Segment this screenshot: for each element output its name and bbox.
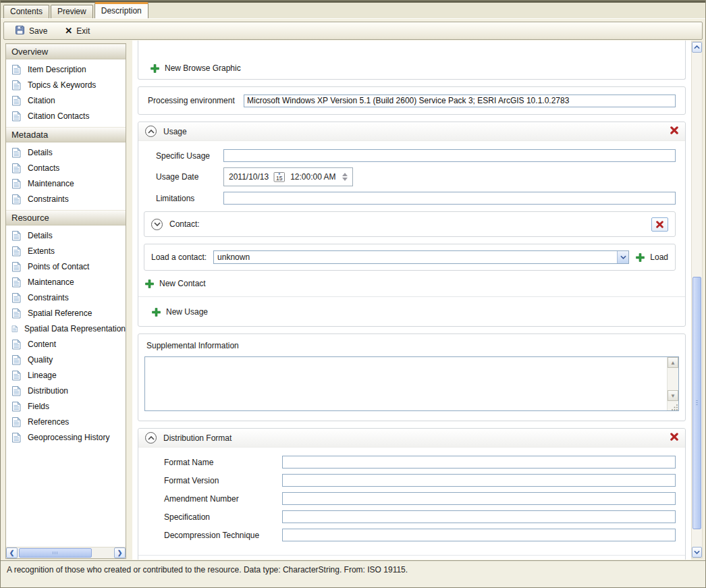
usage-group-panel: Usage Specific Usage Usage Date 2011/10/… bbox=[138, 122, 686, 327]
new-browse-graphic-link[interactable]: New Browse Graphic bbox=[151, 63, 241, 73]
sidebar-item-lineage[interactable]: Lineage bbox=[6, 367, 126, 383]
document-icon bbox=[11, 292, 22, 303]
delete-contact-button[interactable] bbox=[651, 217, 668, 232]
resize-grip-icon[interactable] bbox=[668, 401, 678, 410]
sidebar-item-resource-maintenance[interactable]: Maintenance bbox=[6, 274, 126, 290]
sidebar-item-item-description[interactable]: Item Description bbox=[6, 61, 126, 77]
supplemental-information-label: Supplemental Information bbox=[146, 341, 679, 350]
dropdown-chevron-icon[interactable] bbox=[617, 251, 628, 263]
sidebar-item-metadata-details[interactable]: Details bbox=[6, 144, 126, 160]
load-contact-dropdown[interactable]: unknown bbox=[213, 250, 629, 264]
scroll-up-icon[interactable] bbox=[692, 42, 702, 53]
svg-text:15: 15 bbox=[276, 175, 283, 182]
tab-preview[interactable]: Preview bbox=[51, 5, 93, 18]
sidebar-item-points-of-contact[interactable]: Points of Contact bbox=[6, 259, 126, 274]
sidebar-section-resource[interactable]: Resource bbox=[6, 210, 126, 225]
save-button[interactable]: Save bbox=[12, 24, 53, 38]
sidebar-item-spatial-data-representation[interactable]: Spatial Data Representation bbox=[6, 321, 126, 336]
sidebar-horizontal-scrollbar[interactable]: ❮ ❯ bbox=[6, 547, 126, 558]
collapse-distribution-icon[interactable] bbox=[145, 432, 157, 444]
sidebar-item-content[interactable]: Content bbox=[6, 336, 126, 352]
content-vertical-scrollbar[interactable] bbox=[691, 41, 703, 558]
spinner-down-icon[interactable] bbox=[342, 178, 348, 181]
usage-date-label: Usage Date bbox=[156, 172, 223, 182]
document-icon bbox=[11, 385, 22, 396]
sidebar-item-resource-details[interactable]: Details bbox=[6, 228, 126, 243]
delete-usage-icon[interactable] bbox=[670, 126, 678, 136]
scrollbar-track[interactable] bbox=[93, 547, 114, 558]
red-x-icon bbox=[656, 221, 663, 228]
document-icon bbox=[11, 354, 22, 365]
load-contact-button[interactable]: Load bbox=[636, 252, 668, 262]
specific-usage-input[interactable] bbox=[223, 149, 676, 162]
usage-date-picker[interactable]: 2011/10/13 15 12:00:00 AM bbox=[223, 167, 353, 186]
time-spinner[interactable] bbox=[342, 173, 348, 181]
scrollbar-thumb[interactable] bbox=[693, 277, 701, 529]
document-icon bbox=[11, 261, 22, 272]
document-icon bbox=[11, 80, 22, 90]
amendment-number-input[interactable] bbox=[282, 492, 676, 505]
document-icon bbox=[11, 308, 22, 319]
save-icon bbox=[15, 25, 25, 37]
sidebar-item-citation[interactable]: Citation bbox=[6, 92, 126, 108]
format-version-label: Format Version bbox=[164, 476, 282, 485]
plus-icon bbox=[151, 64, 159, 73]
calendar-icon[interactable]: 15 bbox=[273, 171, 286, 182]
sidebar-section-metadata[interactable]: Metadata bbox=[6, 127, 126, 142]
scrollbar-thumb[interactable] bbox=[19, 548, 92, 558]
processing-environment-input[interactable] bbox=[244, 95, 676, 107]
scroll-down-icon[interactable] bbox=[692, 547, 702, 558]
limitations-input[interactable] bbox=[223, 192, 676, 205]
specification-input[interactable] bbox=[282, 510, 676, 523]
scroll-left-icon[interactable]: ❮ bbox=[6, 547, 18, 558]
sidebar-item-references[interactable]: References bbox=[6, 414, 126, 429]
delete-distribution-icon[interactable] bbox=[670, 433, 678, 443]
browse-graphic-panel: New Browse Graphic bbox=[138, 41, 686, 80]
sidebar-item-spatial-reference[interactable]: Spatial Reference bbox=[6, 305, 126, 321]
document-icon bbox=[11, 417, 22, 427]
textarea-edit-area[interactable] bbox=[145, 357, 667, 410]
status-bar: A recognition of those who created or co… bbox=[1, 560, 705, 587]
format-name-label: Format Name bbox=[164, 458, 282, 467]
sidebar-section-overview[interactable]: Overview bbox=[6, 44, 126, 59]
distribution-format-title: Distribution Format bbox=[163, 433, 232, 443]
document-icon bbox=[11, 432, 22, 443]
spinner-up-icon[interactable] bbox=[342, 173, 348, 176]
load-contact-label: Load a contact: bbox=[151, 252, 207, 262]
textarea-scroll-down-icon[interactable]: ▼ bbox=[668, 390, 678, 401]
supplemental-information-textarea[interactable]: ▲ ▼ bbox=[144, 356, 679, 411]
format-name-input[interactable] bbox=[282, 456, 676, 469]
exit-button[interactable]: ✕ Exit bbox=[62, 24, 95, 37]
exit-icon: ✕ bbox=[65, 26, 72, 36]
usage-section-title: Usage bbox=[163, 127, 187, 136]
sidebar-item-citation-contacts[interactable]: Citation Contacts bbox=[6, 108, 126, 124]
sidebar-item-extents[interactable]: Extents bbox=[6, 243, 126, 259]
sidebar-item-metadata-maintenance[interactable]: Maintenance bbox=[6, 176, 126, 191]
sidebar-item-metadata-constraints[interactable]: Constraints bbox=[6, 191, 126, 207]
tab-contents[interactable]: Contents bbox=[3, 5, 49, 18]
sidebar-item-distribution[interactable]: Distribution bbox=[6, 383, 126, 398]
decompression-technique-input[interactable] bbox=[282, 529, 676, 541]
document-icon bbox=[11, 95, 22, 106]
expand-contact-icon[interactable] bbox=[151, 219, 163, 230]
specification-label: Specification bbox=[164, 512, 282, 522]
textarea-scrollbar[interactable]: ▲ ▼ bbox=[667, 357, 678, 410]
sidebar-item-fields[interactable]: Fields bbox=[6, 398, 126, 414]
document-icon bbox=[11, 111, 22, 122]
collapse-usage-icon[interactable] bbox=[145, 126, 157, 137]
new-usage-link[interactable]: New Usage bbox=[152, 307, 685, 318]
plus-icon bbox=[152, 308, 161, 317]
specific-usage-label: Specific Usage bbox=[156, 151, 223, 161]
new-contact-link[interactable]: New Contact bbox=[145, 279, 676, 288]
sidebar-item-quality[interactable]: Quality bbox=[6, 352, 126, 367]
textarea-scroll-up-icon[interactable]: ▲ bbox=[668, 357, 678, 368]
sidebar-item-resource-constraints[interactable]: Constraints bbox=[6, 290, 126, 305]
sidebar-item-topics-keywords[interactable]: Topics & Keywords bbox=[6, 77, 126, 92]
tab-description[interactable]: Description bbox=[94, 2, 148, 18]
format-version-input[interactable] bbox=[282, 474, 676, 487]
load-contact-selected-value: unknown bbox=[214, 251, 617, 263]
textarea-scroll-track[interactable] bbox=[668, 368, 678, 390]
sidebar-item-metadata-contacts[interactable]: Contacts bbox=[6, 160, 126, 176]
sidebar-item-geoprocessing-history[interactable]: Geoprocessing History bbox=[6, 429, 126, 445]
scroll-right-icon[interactable]: ❯ bbox=[114, 547, 126, 558]
